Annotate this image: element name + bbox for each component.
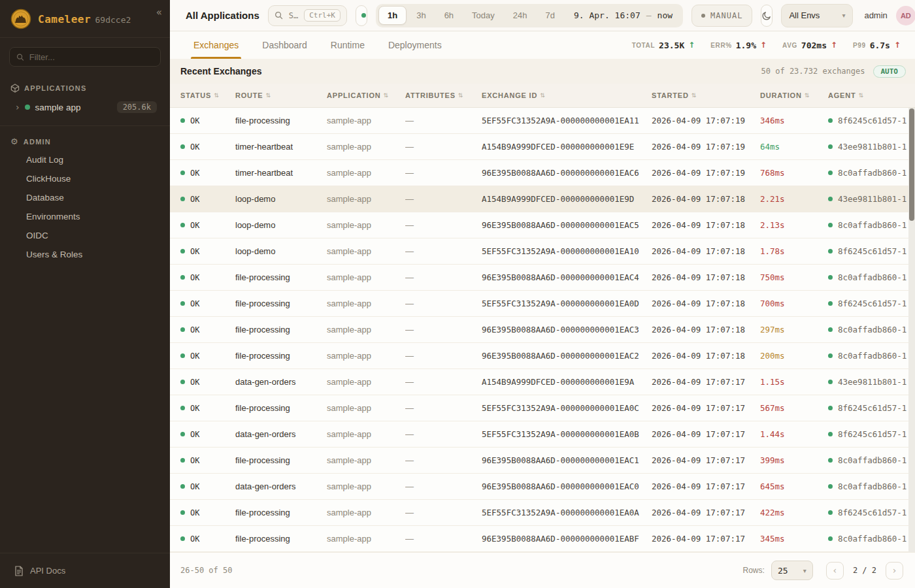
table-row[interactable]: OK file-processing sample-app — 96E395B0…: [170, 343, 915, 369]
table-row[interactable]: OK data-gen-orders sample-app — A154B9A9…: [170, 369, 915, 395]
filter-input[interactable]: [29, 52, 154, 62]
column-header[interactable]: STARTED ⇅: [652, 91, 760, 99]
started-cell: 2026-04-09 17:07:18: [652, 220, 760, 230]
column-header[interactable]: DURATION ⇅: [760, 91, 828, 99]
exchange-count-text: 50 of 23.732 exchanges: [761, 67, 865, 76]
env-select-value: All Envs: [789, 10, 820, 20]
application-cell: sample-app: [327, 142, 405, 152]
sort-icon[interactable]: ⇅: [540, 92, 545, 99]
time-range-option[interactable]: 1h: [378, 6, 407, 25]
table-row[interactable]: OK loop-demo sample-app — 5EF55FC31352A9…: [170, 238, 915, 265]
global-search-button[interactable]: S… Ctrl+K: [268, 5, 347, 26]
agent-dot-icon: [828, 432, 833, 436]
application-cell: sample-app: [327, 246, 405, 256]
search-icon: [16, 53, 24, 61]
column-header[interactable]: APPLICATION ⇅: [327, 91, 405, 99]
table-row[interactable]: OK file-processing sample-app — 96E395B0…: [170, 526, 915, 552]
status-label: OK: [190, 351, 199, 361]
started-cell: 2026-04-09 17:07:18: [652, 194, 760, 204]
table-row[interactable]: OK file-processing sample-app — 5EF55FC3…: [170, 395, 915, 421]
application-cell: sample-app: [327, 377, 405, 387]
time-range-display[interactable]: 9. Apr. 16:07 — now: [565, 10, 680, 20]
sort-icon[interactable]: ⇅: [691, 92, 697, 99]
auto-refresh-badge[interactable]: AUTO: [873, 65, 907, 78]
sort-icon[interactable]: ⇅: [214, 92, 219, 99]
column-header[interactable]: STATUS ⇅: [180, 91, 235, 99]
column-header[interactable]: ROUTE ⇅: [235, 91, 327, 99]
exchange-id-cell: 96E395B0088AA6D-000000000001EAC4: [482, 272, 652, 282]
env-select[interactable]: All Envs ▾: [781, 4, 853, 27]
avatar[interactable]: AD: [896, 6, 915, 25]
time-range-option[interactable]: Today: [463, 7, 503, 24]
next-page-button[interactable]: ›: [886, 562, 903, 580]
time-range-option[interactable]: 3h: [408, 7, 434, 24]
live-status-button[interactable]: O: [356, 5, 367, 26]
table-row[interactable]: OK file-processing sample-app — 96E395B0…: [170, 448, 915, 474]
sidebar-admin-item[interactable]: OIDC: [10, 226, 159, 245]
sidebar-admin-item[interactable]: ClickHouse: [10, 169, 159, 188]
sidebar-item-api-docs[interactable]: API Docs: [0, 553, 170, 588]
sort-icon[interactable]: ⇅: [859, 92, 864, 99]
prev-page-button[interactable]: ‹: [826, 562, 844, 580]
sort-icon[interactable]: ⇅: [266, 92, 271, 99]
status-label: OK: [190, 195, 199, 204]
time-range-option[interactable]: 6h: [436, 7, 462, 24]
table-row[interactable]: OK loop-demo sample-app — A154B9A999DFCE…: [170, 186, 915, 212]
agent-id: 8c0affadb860-1: [838, 220, 907, 230]
status-ok-dot-icon: [180, 510, 185, 515]
sort-icon[interactable]: ⇅: [384, 92, 389, 99]
status-label: OK: [190, 378, 199, 387]
table-row[interactable]: OK timer-heartbeat sample-app — A154B9A9…: [170, 134, 915, 160]
manual-refresh-button[interactable]: MANUAL: [691, 5, 752, 27]
table-scrollbar-track[interactable]: [908, 108, 915, 552]
table-row[interactable]: OK data-gen-orders sample-app — 5EF55FC3…: [170, 421, 915, 448]
application-cell: sample-app: [327, 325, 405, 335]
table-row[interactable]: OK file-processing sample-app — 96E395B0…: [170, 265, 915, 291]
time-range-option[interactable]: 24h: [505, 7, 536, 24]
table-row[interactable]: OK data-gen-orders sample-app — 96E395B0…: [170, 474, 915, 500]
search-placeholder-text: S…: [289, 11, 298, 20]
tab[interactable]: Runtime: [331, 31, 365, 59]
agent-cell: 43ee9811b801-1: [828, 142, 915, 152]
duration-cell: 750ms: [760, 272, 828, 282]
sidebar-item-sample-app[interactable]: › sample app 205.6k: [10, 97, 159, 118]
app-name: sample app: [35, 103, 81, 112]
agent-id: 8c0affadb860-1: [838, 534, 907, 544]
agent-dot-icon: [828, 249, 833, 253]
table-row[interactable]: OK file-processing sample-app — 5EF55FC3…: [170, 500, 915, 526]
table-scrollbar-thumb[interactable]: [909, 108, 914, 221]
sidebar-admin-item[interactable]: Environments: [10, 207, 159, 226]
attributes-cell: —: [405, 534, 482, 544]
tab[interactable]: Dashboard: [262, 31, 307, 59]
agent-cell: 8f6245c61d57-1: [828, 116, 915, 125]
table-row[interactable]: OK loop-demo sample-app — 96E395B0088AA6…: [170, 212, 915, 238]
tab[interactable]: Deployments: [388, 31, 442, 59]
sidebar-filter[interactable]: [9, 47, 161, 67]
sort-icon[interactable]: ⇅: [805, 92, 810, 99]
table-row[interactable]: OK file-processing sample-app — 96E395B0…: [170, 317, 915, 343]
sidebar-admin-item[interactable]: Users & Roles: [10, 245, 159, 264]
duration-cell: 422ms: [760, 508, 828, 517]
table-row[interactable]: OK file-processing sample-app — 5EF55FC3…: [170, 291, 915, 317]
chevron-right-icon[interactable]: ›: [16, 102, 20, 112]
agent-dot-icon: [828, 406, 833, 410]
time-range-option[interactable]: 7d: [537, 7, 563, 24]
agent-dot-icon: [828, 536, 833, 541]
exchange-id-cell: 96E395B0088AA6D-000000000001EAC2: [482, 351, 652, 361]
column-header[interactable]: AGENT ⇅: [828, 91, 915, 99]
user-name: admin: [864, 10, 887, 20]
theme-toggle-button[interactable]: [761, 5, 773, 27]
table-row[interactable]: OK file-processing sample-app — 5EF55FC3…: [170, 108, 915, 134]
sidebar-admin-item[interactable]: Audit Log: [10, 150, 159, 169]
sort-icon[interactable]: ⇅: [458, 92, 463, 99]
rows-per-page-select[interactable]: 25 ▾: [771, 561, 813, 580]
started-cell: 2026-04-09 17:07:17: [652, 455, 760, 465]
table-row[interactable]: OK timer-heartbeat sample-app — 96E395B0…: [170, 160, 915, 186]
sidebar-collapse-icon[interactable]: «: [156, 7, 162, 18]
column-header[interactable]: ATTRIBUTES ⇅: [405, 91, 482, 99]
brand-build-hash: 69dcce2: [95, 15, 131, 25]
sidebar-admin-item[interactable]: Database: [10, 188, 159, 207]
column-header[interactable]: EXCHANGE ID ⇅: [482, 91, 652, 99]
tab[interactable]: Exchanges: [193, 31, 239, 59]
admin-item-label: Users & Roles: [26, 250, 82, 259]
